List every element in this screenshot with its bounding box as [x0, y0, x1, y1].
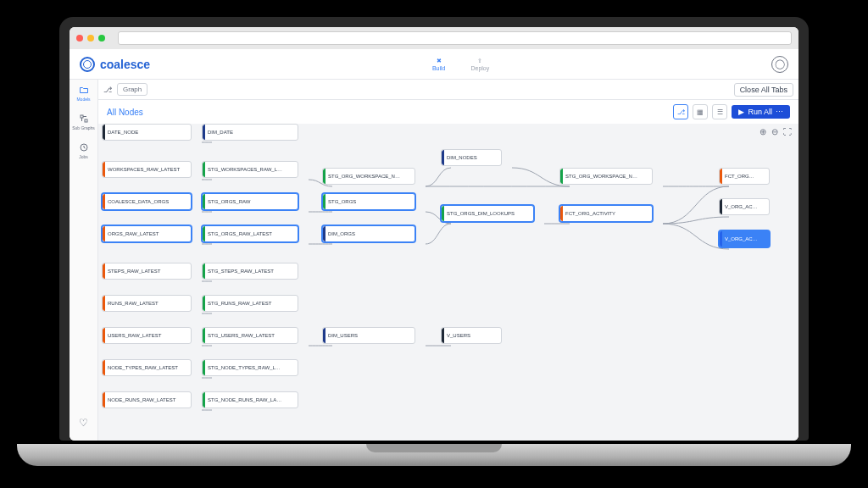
node-dim_orgs[interactable]: DIM_ORGS: [322, 225, 415, 242]
build-icon: ✖: [437, 58, 442, 64]
node-stg_orgs[interactable]: STG_ORGS: [322, 193, 415, 210]
node-stg_orgs_raw_latest[interactable]: STG_ORGS_RAW_LATEST: [202, 225, 298, 242]
minimize-dot[interactable]: [87, 35, 94, 42]
url-bar[interactable]: [118, 31, 792, 45]
view-grid-button[interactable]: ▦: [693, 104, 708, 119]
node-stg_steps[interactable]: STG_STEPS_RAW_LATEST: [202, 263, 298, 280]
node-users_raw[interactable]: USERS_RAW_LATEST: [102, 327, 192, 344]
view-list-button[interactable]: ☰: [712, 104, 727, 119]
brand-text: coalesce: [100, 58, 150, 71]
graph-canvas[interactable]: ⊕ ⊖ ⛶ DATE_NODEWORKSPACES_RAW_LATESTCOAL…: [98, 124, 798, 441]
node-stg_node_types[interactable]: STG_NODE_TYPES_RAW_L…: [202, 359, 298, 376]
folder-icon: [78, 85, 90, 95]
svg-rect-0: [81, 115, 83, 118]
node-stg_orgs_dim_lookups[interactable]: STG_ORGS_DIM_LOOKUPS: [441, 205, 534, 222]
deploy-tab[interactable]: ⇪ Deploy: [470, 58, 489, 71]
tab-graph[interactable]: Graph: [117, 83, 147, 96]
node-dim_date[interactable]: DIM_DATE: [202, 124, 298, 141]
chevron-down-icon: ⋯: [776, 108, 783, 116]
all-nodes-label[interactable]: All Nodes: [107, 108, 143, 117]
browser-chrome: [70, 27, 798, 49]
notifications-icon[interactable]: ♡: [79, 417, 88, 429]
run-all-button[interactable]: ▶ Run All ⋯: [732, 105, 790, 119]
tab-bar: ⎇ Graph Close All Tabs: [98, 80, 798, 100]
node-stg_org_workspace_n2[interactable]: STG_ORG_WORKSPACE_N…: [559, 168, 653, 185]
brand[interactable]: coalesce: [80, 57, 150, 72]
jobs-icon: [78, 142, 90, 152]
node-v_org_ac2[interactable]: V_ORG_AC…: [719, 230, 770, 247]
close-dot[interactable]: [76, 35, 83, 42]
node-dim_users[interactable]: DIM_USERS: [322, 327, 415, 344]
sidebar: Models Sub Graphs Jobs ♡: [70, 80, 98, 441]
svg-rect-1: [85, 119, 87, 122]
node-runs_raw[interactable]: RUNS_RAW_LATEST: [102, 295, 192, 312]
node-coalesce_data_orgs[interactable]: COALESCE_DATA_ORGS: [102, 193, 192, 210]
node-stg_org_workspace[interactable]: STG_ORG_WORKSPACE_N…: [322, 168, 415, 185]
build-tab[interactable]: ✖ Build: [432, 58, 446, 71]
node-stg_runs[interactable]: STG_RUNS_RAW_LATEST: [202, 295, 298, 312]
toolbar: All Nodes ⎇ ▦ ☰ ▶ Run All ⋯: [98, 100, 798, 124]
subgraph-icon: [78, 114, 90, 124]
node-node_runs_raw[interactable]: NODE_RUNS_RAW_LATEST: [102, 391, 192, 408]
deploy-icon: ⇪: [477, 58, 482, 64]
node-workspaces_raw[interactable]: WORKSPACES_RAW_LATEST: [102, 161, 192, 178]
node-dim_nodes[interactable]: DIM_NODES: [441, 149, 502, 166]
node-stg_node_runs[interactable]: STG_NODE_RUNS_RAW_LA…: [202, 391, 298, 408]
node-node_types_raw[interactable]: NODE_TYPES_RAW_LATEST: [102, 359, 192, 376]
branch-icon: ⎇: [103, 86, 112, 94]
node-orgs_raw[interactable]: ORGS_RAW_LATEST: [102, 225, 192, 242]
node-stg_workspaces[interactable]: STG_WORKSPACES_RAW_L…: [202, 161, 298, 178]
view-graph-button[interactable]: ⎇: [673, 104, 688, 119]
node-v_org_ac[interactable]: V_ORG_AC…: [719, 198, 770, 215]
node-steps_raw[interactable]: STEPS_RAW_LATEST: [102, 263, 192, 280]
node-v_users[interactable]: V_USERS: [441, 327, 502, 344]
user-avatar[interactable]: ◯: [771, 56, 788, 73]
close-all-tabs-button[interactable]: Close All Tabs: [734, 83, 793, 97]
sidebar-item-subgraphs[interactable]: Sub Graphs: [72, 114, 95, 130]
node-fct_org[interactable]: FCT_ORG…: [719, 168, 770, 185]
node-stg_users[interactable]: STG_USERS_RAW_LATEST: [202, 327, 298, 344]
maximize-dot[interactable]: [98, 35, 105, 42]
sidebar-item-jobs[interactable]: Jobs: [78, 142, 90, 159]
node-date_node[interactable]: DATE_NODE: [102, 124, 192, 141]
node-stg_orgs_raw[interactable]: STG_ORGS_RAW: [202, 193, 298, 210]
app-header: coalesce ✖ Build ⇪ Deploy ◯: [70, 49, 798, 80]
node-fct_org_activity[interactable]: FCT_ORG_ACTIVITY: [559, 205, 653, 222]
play-icon: ▶: [738, 108, 744, 116]
sidebar-item-models[interactable]: Models: [76, 85, 90, 102]
brand-icon: [80, 57, 95, 72]
